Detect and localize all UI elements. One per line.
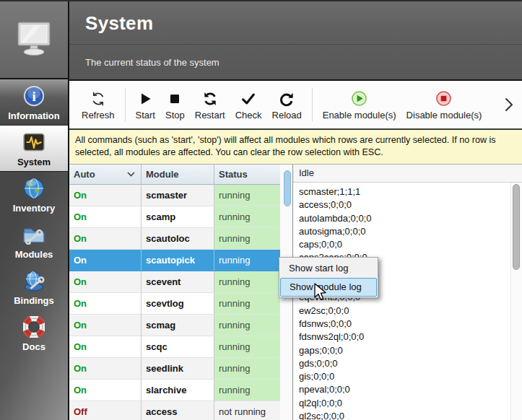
table-row[interactable]: On scqc running [69, 336, 292, 358]
status-line: ql2sc;0;0;0 [299, 410, 506, 420]
stop-icon [168, 89, 181, 108]
sidebar-item-label: Docs [22, 341, 45, 352]
status-line: gds;0;0;0 [299, 357, 506, 370]
status-cell: running [214, 358, 280, 380]
auto-cell: Off [69, 401, 142, 420]
refresh-icon [90, 89, 106, 108]
status-line: gaps;0;0;0 [299, 344, 506, 357]
column-label: Auto [74, 169, 95, 180]
panel-scrollbar-thumb[interactable] [513, 184, 520, 270]
module-cell: scevtlog [142, 293, 214, 315]
start-icon [138, 89, 152, 108]
column-header-auto[interactable]: Auto [69, 165, 142, 185]
status-cell: running [214, 206, 280, 228]
button-label: Check [235, 110, 262, 121]
folder-wrench-icon [22, 222, 45, 247]
globe-wrench-icon [23, 268, 45, 293]
toolbar-separator [312, 88, 313, 121]
chevron-right-icon [503, 95, 515, 114]
button-label: Refresh [82, 110, 115, 121]
sidebar-item-bindings[interactable]: Bindings [0, 264, 68, 310]
sidebar-item-system[interactable]: System [0, 126, 68, 172]
auto-cell: On [69, 271, 142, 293]
table-row[interactable]: On scautopick running [69, 250, 292, 271]
menu-item-show-start-log[interactable]: Show start log [280, 258, 377, 278]
status-cell: running [214, 250, 280, 271]
module-table: Auto Module Status On [69, 165, 293, 420]
restart-button[interactable]: Restart [190, 87, 230, 123]
table-row[interactable]: On slarchive running [69, 380, 292, 401]
module-cell: scevent [142, 271, 214, 293]
enable-modules-button[interactable]: Enable module(s) [318, 87, 401, 123]
sidebar: i Information System [0, 0, 69, 420]
app-logo [0, 0, 68, 79]
status-line: fdsnws;0;0;0 [299, 318, 506, 331]
check-button[interactable]: Check [230, 87, 267, 123]
disable-modules-button[interactable]: Disable module(s) [401, 87, 487, 123]
reload-button[interactable]: Reload [267, 87, 307, 123]
sidebar-item-information[interactable]: i Information [0, 79, 68, 126]
column-label: Module [146, 169, 179, 180]
button-label: Restart [195, 110, 225, 121]
status-line: gis;0;0;0 [299, 370, 506, 383]
sidebar-item-label: Bindings [14, 295, 54, 306]
module-cell: seedlink [142, 358, 214, 380]
toolbar-separator [125, 88, 126, 121]
content-area: System The current status of the system … [69, 0, 522, 420]
table-row[interactable]: On scmaster running [69, 185, 292, 206]
svg-text:i: i [32, 88, 35, 103]
auto-cell: On [69, 380, 142, 401]
status-cell: not running [214, 401, 280, 420]
check-icon [240, 89, 256, 108]
table-row[interactable]: Off access not running [69, 401, 292, 420]
status-line: scmaster;1;1;1 [299, 185, 506, 198]
table-row[interactable]: On scevent running [69, 271, 292, 293]
table-scrollbar-thumb[interactable] [284, 170, 291, 206]
context-menu: Show start log Show module log [279, 257, 378, 298]
table-row[interactable]: On seedlink running [69, 358, 292, 380]
module-cell: scautoloc [142, 228, 214, 250]
restart-icon [202, 89, 218, 108]
sidebar-item-modules[interactable]: Modules [0, 218, 68, 264]
header-divider [69, 44, 522, 45]
button-label: Enable module(s) [323, 110, 396, 121]
status-line: fdsnws2ql;0;0;0 [299, 331, 506, 344]
stop-button[interactable]: Stop [160, 87, 190, 123]
status-line: ew2sc;0;0;0 [299, 305, 506, 318]
auto-cell: On [69, 185, 142, 206]
status-cell: running [214, 185, 280, 206]
button-label: Reload [272, 110, 302, 121]
app-window: i Information System [0, 0, 522, 420]
sidebar-item-inventory[interactable]: Inventory [0, 172, 68, 218]
status-cell: running [214, 293, 280, 315]
table-row[interactable]: On scautoloc running [69, 228, 292, 250]
status-cell: running [214, 271, 280, 293]
toolbar-overflow-button[interactable] [499, 95, 519, 114]
status-line: access;0;0;0 [299, 198, 506, 211]
module-cell: scmaster [142, 185, 214, 206]
sidebar-item-label: Inventory [13, 203, 56, 214]
status-line: caps;0;0;0 [299, 238, 506, 251]
column-header-module[interactable]: Module [142, 165, 214, 185]
auto-cell: On [69, 228, 142, 250]
status-panel-header: Idle [293, 165, 522, 183]
system-activity-icon [23, 130, 45, 154]
module-cell: access [142, 401, 214, 420]
status-line: npeval;0;0;0 [299, 383, 506, 396]
menu-item-show-module-log[interactable]: Show module log [280, 278, 377, 297]
sidebar-item-docs[interactable]: Docs [0, 310, 68, 356]
table-row[interactable]: On scevtlog running [69, 293, 292, 315]
info-icon: i [23, 84, 45, 108]
start-button[interactable]: Start [131, 87, 160, 123]
refresh-button[interactable]: Refresh [77, 87, 120, 123]
button-label: Disable module(s) [406, 110, 482, 121]
table-row[interactable]: On scamp running [69, 206, 292, 228]
status-line: ql2ql;0;0;0 [299, 397, 506, 410]
column-header-status[interactable]: Status [214, 165, 280, 185]
table-body: On scmaster running On scamp running On … [69, 185, 292, 420]
table-row[interactable]: On scmag running [69, 315, 292, 336]
status-cell: running [214, 380, 280, 401]
status-line: autosigma;0;0;0 [299, 225, 506, 238]
lifebuoy-icon [23, 315, 45, 339]
chevron-down-icon [127, 172, 135, 177]
